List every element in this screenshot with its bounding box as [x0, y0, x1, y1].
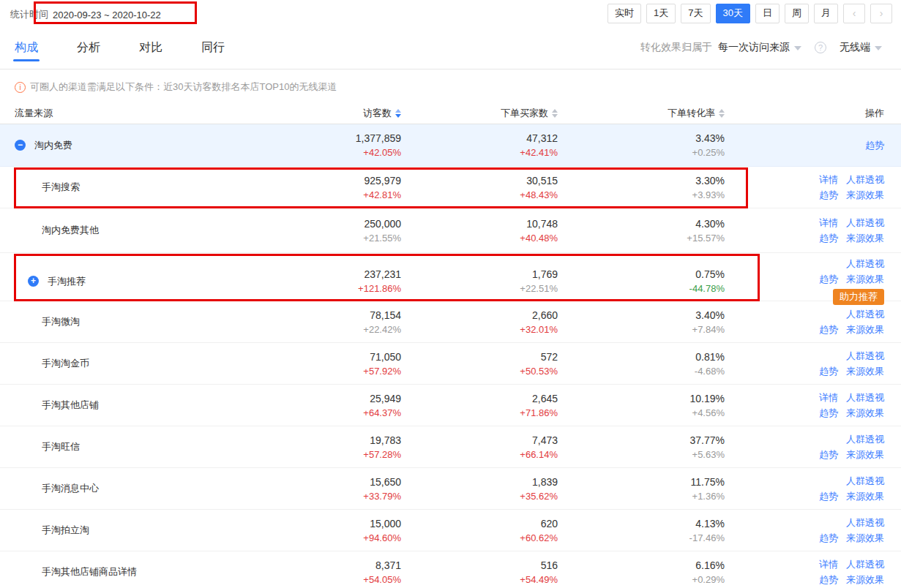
traffic-source-page: 统计时间 2020-09-23 ~ 2020-10-22 实时1天7天30天日周…: [0, 0, 901, 588]
source-name: 手淘旺信: [42, 440, 80, 453]
actions-cell: 趋势: [725, 135, 884, 157]
source-cell: 手淘其他店铺: [15, 399, 242, 412]
collapse-icon[interactable]: −: [15, 140, 26, 151]
action-link-人群透视[interactable]: 人群透视: [846, 308, 884, 321]
expand-icon[interactable]: +: [28, 276, 39, 287]
actions-cell: 详情人群透视趋势来源效果: [725, 554, 884, 588]
visitors-cell: 25,949+64.37%: [242, 385, 401, 426]
action-link-来源效果[interactable]: 来源效果: [846, 189, 884, 202]
period-button-月[interactable]: 月: [814, 4, 838, 23]
conversion-cell-delta: -44.78%: [558, 282, 725, 295]
period-button-1天[interactable]: 1天: [646, 4, 676, 23]
buyers-cell-delta: +22.51%: [401, 282, 558, 295]
attribution-select[interactable]: 每一次访问来源: [718, 41, 801, 54]
chevron-down-icon: [875, 46, 882, 50]
table-row: 手淘其他店铺25,949+64.37%2,645+71.86%10.19%+4.…: [0, 385, 901, 426]
sort-icon-conversion[interactable]: [719, 109, 725, 118]
action-link-趋势[interactable]: 趋势: [819, 189, 838, 202]
visitors-cell-value: 78,154: [242, 308, 401, 323]
action-link-趋势[interactable]: 趋势: [819, 323, 838, 336]
period-button-7天[interactable]: 7天: [681, 4, 710, 23]
period-button-周[interactable]: 周: [785, 4, 809, 23]
action-link-趋势[interactable]: 趋势: [819, 573, 838, 587]
action-link-来源效果[interactable]: 来源效果: [846, 532, 884, 545]
period-button-日[interactable]: 日: [755, 4, 780, 23]
action-link-详情[interactable]: 详情: [819, 216, 838, 230]
sort-icon-visitors[interactable]: [395, 109, 401, 118]
action-link-趋势[interactable]: 趋势: [819, 532, 838, 545]
action-link-来源效果[interactable]: 来源效果: [846, 232, 884, 245]
source-name: 手淘搜索: [42, 181, 80, 194]
action-link-来源效果[interactable]: 来源效果: [846, 573, 884, 587]
action-link-人群透视[interactable]: 人群透视: [846, 558, 884, 571]
visitors-cell: 1,377,859+42.05%: [242, 125, 401, 165]
action-link-人群透视[interactable]: 人群透视: [846, 391, 884, 404]
conversion-cell-value: 4.30%: [558, 216, 725, 231]
buyers-cell: 1,839+35.62%: [401, 469, 558, 509]
action-links-line: 趋势: [865, 139, 884, 152]
actions-cell: 人群透视趋势来源效果: [725, 345, 884, 382]
terminal-select[interactable]: 无线端: [840, 41, 882, 54]
sort-icon-buyers[interactable]: [552, 109, 558, 118]
next-page-button[interactable]: ›: [870, 4, 892, 23]
action-link-来源效果[interactable]: 来源效果: [846, 273, 884, 286]
action-link-人群透视[interactable]: 人群透视: [846, 216, 884, 230]
table-row: 淘内免费其他250,000+21.55%10,748+40.48%4.30%+1…: [0, 208, 901, 253]
action-link-来源效果[interactable]: 来源效果: [846, 448, 884, 461]
action-link-趋势[interactable]: 趋势: [819, 273, 838, 286]
date-range-value[interactable]: 2020-09-23 ~ 2020-10-22: [53, 10, 161, 20]
action-link-人群透视[interactable]: 人群透视: [846, 173, 884, 186]
table-row: 手淘拍立淘15,000+94.60%620+60.62%4.13%-17.46%…: [0, 510, 901, 551]
action-link-详情[interactable]: 详情: [819, 391, 838, 404]
action-link-详情[interactable]: 详情: [819, 173, 838, 186]
action-link-趋势[interactable]: 趋势: [819, 232, 838, 245]
conversion-cell: 4.30%+15.57%: [558, 211, 725, 251]
conversion-cell-value: 3.40%: [558, 308, 725, 323]
tab-对比[interactable]: 对比: [139, 26, 162, 69]
action-link-趋势[interactable]: 趋势: [819, 365, 838, 378]
action-link-趋势[interactable]: 趋势: [865, 139, 884, 152]
action-link-人群透视[interactable]: 人群透视: [846, 433, 884, 446]
table-row: 手淘消息中心15,650+33.79%1,839+35.62%11.75%+1.…: [0, 468, 901, 510]
conversion-cell: 0.75%-44.78%: [558, 261, 725, 301]
action-links-line: 趋势来源效果: [819, 323, 884, 336]
actions-cell: 人群透视趋势来源效果: [725, 429, 884, 466]
visitors-cell: 8,371+54.05%: [242, 552, 401, 588]
action-link-人群透视[interactable]: 人群透视: [846, 516, 884, 529]
table-row: 手淘搜索925,979+42.81%30,515+48.43%3.30%+3.9…: [0, 167, 901, 208]
buyers-cell-delta: +71.86%: [401, 406, 558, 420]
source-name: 手淘淘金币: [42, 357, 89, 370]
source-cell: 淘内免费其他: [15, 224, 242, 237]
tab-分析[interactable]: 分析: [77, 26, 100, 69]
action-link-来源效果[interactable]: 来源效果: [846, 323, 884, 336]
tab-同行[interactable]: 同行: [201, 26, 225, 69]
help-icon[interactable]: ?: [815, 42, 826, 53]
action-link-人群透视[interactable]: 人群透视: [846, 257, 884, 271]
visitors-cell: 237,231+121.86%: [242, 261, 401, 301]
action-link-人群透视[interactable]: 人群透视: [846, 475, 884, 488]
visitors-cell-value: 1,377,859: [242, 131, 401, 146]
conversion-cell-delta: -17.46%: [558, 531, 725, 545]
action-link-来源效果[interactable]: 来源效果: [846, 407, 884, 420]
table-row: −淘内免费1,377,859+42.05%47,312+42.41%3.43%+…: [0, 124, 901, 167]
action-link-趋势[interactable]: 趋势: [819, 448, 838, 461]
visitors-cell-delta: +57.92%: [242, 364, 401, 378]
visitors-cell-delta: +64.37%: [242, 406, 401, 420]
period-button-实时[interactable]: 实时: [607, 4, 641, 23]
chevron-down-icon: [794, 46, 801, 50]
action-links-line: 趋势来源效果: [819, 532, 884, 545]
action-links-line: 趋势来源效果: [819, 448, 884, 461]
prev-page-button[interactable]: ‹: [843, 4, 865, 23]
action-link-人群透视[interactable]: 人群透视: [846, 350, 884, 363]
visitors-cell-delta: +121.86%: [242, 282, 401, 295]
source-name: 手淘其他店铺: [42, 399, 99, 412]
action-link-来源效果[interactable]: 来源效果: [846, 490, 884, 503]
action-link-趋势[interactable]: 趋势: [819, 407, 838, 420]
visitors-cell: 925,979+42.81%: [242, 167, 401, 208]
action-link-趋势[interactable]: 趋势: [819, 490, 838, 503]
period-button-30天[interactable]: 30天: [716, 4, 750, 23]
action-links-line: 趋势来源效果: [819, 189, 884, 202]
tab-构成[interactable]: 构成: [15, 26, 38, 69]
action-link-详情[interactable]: 详情: [819, 558, 838, 571]
action-link-来源效果[interactable]: 来源效果: [846, 365, 884, 378]
